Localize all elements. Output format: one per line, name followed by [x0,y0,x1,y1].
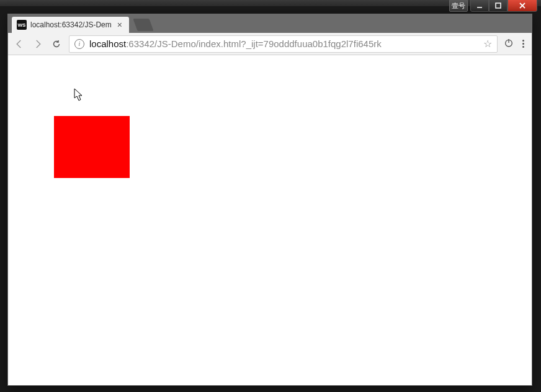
page-viewport[interactable] [8,55,532,385]
os-close-button[interactable] [507,0,537,12]
tab-title: localhost:63342/JS-Dem [30,20,112,29]
forward-button[interactable] [32,38,44,50]
url-path: :63342/JS-Demo/index.html?_ijt=79odddfuu… [126,38,382,49]
tab-close-button[interactable]: × [115,20,124,29]
svg-rect-1 [496,3,501,8]
ime-indicator[interactable]: 壹号 [449,0,468,12]
tab-strip: WS localhost:63342/JS-Dem × [8,14,532,33]
browser-toolbar: i localhost:63342/JS-Demo/index.html?_ij… [8,33,532,55]
extension-power-icon[interactable] [504,38,514,50]
bookmark-star-icon[interactable]: ☆ [483,38,492,50]
new-tab-button[interactable] [133,19,153,31]
browser-menu-button[interactable] [522,40,524,48]
os-titlebar: 壹号 [0,0,541,6]
back-button[interactable] [13,38,25,50]
reload-button[interactable] [50,38,63,50]
os-minimize-button[interactable] [470,0,489,12]
browser-window: WS localhost:63342/JS-Dem × i localhost:… [7,14,532,386]
red-box[interactable] [54,116,130,178]
cursor-icon [74,88,84,104]
address-bar[interactable]: i localhost:63342/JS-Demo/index.html?_ij… [69,35,498,53]
toolbar-actions [504,38,527,50]
url-host: localhost [89,38,126,49]
url-text: localhost:63342/JS-Demo/index.html?_ijt=… [89,38,478,49]
site-info-icon[interactable]: i [74,39,84,49]
tab-favicon-icon: WS [17,20,27,30]
browser-tab[interactable]: WS localhost:63342/JS-Dem × [12,17,129,33]
os-window-controls: 壹号 [449,0,537,12]
os-maximize-button[interactable] [489,0,507,12]
